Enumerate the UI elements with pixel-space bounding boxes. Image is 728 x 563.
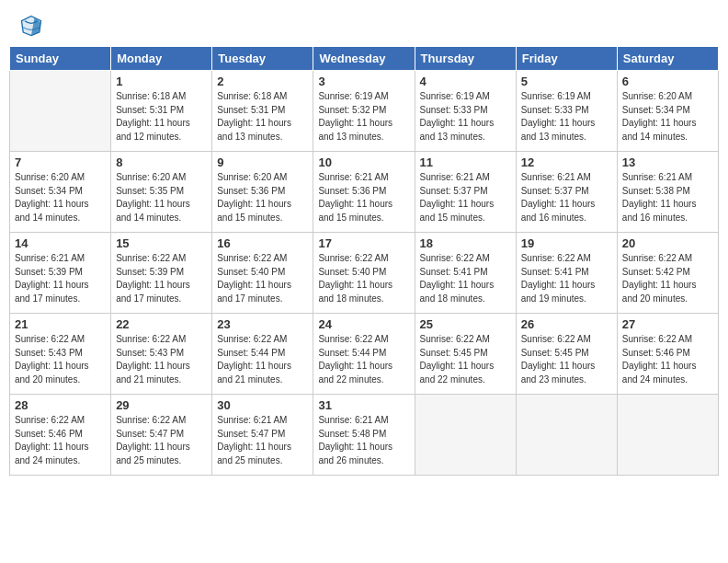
day-info: Sunrise: 6:22 AMSunset: 5:43 PMDaylight:… xyxy=(116,333,207,386)
day-number: 12 xyxy=(521,155,612,169)
day-info: Sunrise: 6:22 AMSunset: 5:41 PMDaylight:… xyxy=(420,252,511,305)
day-number: 30 xyxy=(217,398,308,412)
day-number: 18 xyxy=(420,236,511,250)
day-number: 15 xyxy=(116,236,207,250)
day-cell: 31Sunrise: 6:21 AMSunset: 5:48 PMDayligh… xyxy=(313,395,415,476)
day-cell: 26Sunrise: 6:22 AMSunset: 5:45 PMDayligh… xyxy=(516,314,617,395)
week-row-1: 1Sunrise: 6:18 AMSunset: 5:31 PMDaylight… xyxy=(10,71,719,152)
day-cell: 30Sunrise: 6:21 AMSunset: 5:47 PMDayligh… xyxy=(212,395,313,476)
day-number: 9 xyxy=(217,155,308,169)
day-info: Sunrise: 6:18 AMSunset: 5:31 PMDaylight:… xyxy=(217,90,308,144)
day-number: 1 xyxy=(116,75,207,88)
days-header-row: SundayMondayTuesdayWednesdayThursdayFrid… xyxy=(10,47,719,71)
col-header-wednesday: Wednesday xyxy=(313,47,415,71)
day-info: Sunrise: 6:21 AMSunset: 5:38 PMDaylight:… xyxy=(622,171,713,224)
day-info: Sunrise: 6:22 AMSunset: 5:43 PMDaylight:… xyxy=(15,333,106,386)
day-cell: 25Sunrise: 6:22 AMSunset: 5:45 PMDayligh… xyxy=(415,314,516,395)
day-cell: 8Sunrise: 6:20 AMSunset: 5:35 PMDaylight… xyxy=(111,152,212,233)
col-header-monday: Monday xyxy=(111,47,212,71)
day-cell: 7Sunrise: 6:20 AMSunset: 5:34 PMDaylight… xyxy=(10,152,111,233)
day-cell: 27Sunrise: 6:22 AMSunset: 5:46 PMDayligh… xyxy=(617,314,718,395)
day-number: 14 xyxy=(15,236,106,250)
day-number: 5 xyxy=(521,75,612,88)
day-info: Sunrise: 6:21 AMSunset: 5:39 PMDaylight:… xyxy=(15,252,106,305)
day-cell: 16Sunrise: 6:22 AMSunset: 5:40 PMDayligh… xyxy=(212,233,313,314)
week-row-3: 14Sunrise: 6:21 AMSunset: 5:39 PMDayligh… xyxy=(10,233,719,314)
day-info: Sunrise: 6:19 AMSunset: 5:33 PMDaylight:… xyxy=(420,90,511,144)
day-info: Sunrise: 6:22 AMSunset: 5:45 PMDaylight:… xyxy=(420,333,511,386)
day-cell: 14Sunrise: 6:21 AMSunset: 5:39 PMDayligh… xyxy=(10,233,111,314)
day-cell: 12Sunrise: 6:21 AMSunset: 5:37 PMDayligh… xyxy=(516,152,617,233)
day-info: Sunrise: 6:22 AMSunset: 5:46 PMDaylight:… xyxy=(622,333,713,386)
day-cell: 23Sunrise: 6:22 AMSunset: 5:44 PMDayligh… xyxy=(212,314,313,395)
day-number: 13 xyxy=(622,155,713,169)
day-info: Sunrise: 6:21 AMSunset: 5:48 PMDaylight:… xyxy=(318,414,409,467)
day-info: Sunrise: 6:22 AMSunset: 5:45 PMDaylight:… xyxy=(521,333,612,386)
day-number: 11 xyxy=(420,155,511,169)
day-cell: 2Sunrise: 6:18 AMSunset: 5:31 PMDaylight… xyxy=(212,71,313,152)
day-number: 17 xyxy=(318,236,409,250)
day-info: Sunrise: 6:22 AMSunset: 5:44 PMDaylight:… xyxy=(217,333,308,386)
col-header-friday: Friday xyxy=(516,47,617,71)
day-info: Sunrise: 6:21 AMSunset: 5:37 PMDaylight:… xyxy=(521,171,612,224)
day-number: 27 xyxy=(622,317,713,331)
day-number: 25 xyxy=(420,317,511,331)
col-header-saturday: Saturday xyxy=(617,47,718,71)
col-header-sunday: Sunday xyxy=(10,47,111,71)
day-cell: 21Sunrise: 6:22 AMSunset: 5:43 PMDayligh… xyxy=(10,314,111,395)
day-info: Sunrise: 6:22 AMSunset: 5:40 PMDaylight:… xyxy=(318,252,409,305)
day-info: Sunrise: 6:22 AMSunset: 5:46 PMDaylight:… xyxy=(15,414,106,467)
day-number: 21 xyxy=(15,317,106,331)
day-cell: 15Sunrise: 6:22 AMSunset: 5:39 PMDayligh… xyxy=(111,233,212,314)
day-info: Sunrise: 6:22 AMSunset: 5:42 PMDaylight:… xyxy=(622,252,713,305)
day-number: 6 xyxy=(622,75,713,88)
week-row-5: 28Sunrise: 6:22 AMSunset: 5:46 PMDayligh… xyxy=(10,395,719,476)
day-cell xyxy=(415,395,516,476)
day-number: 26 xyxy=(521,317,612,331)
day-number: 22 xyxy=(116,317,207,331)
day-info: Sunrise: 6:18 AMSunset: 5:31 PMDaylight:… xyxy=(116,90,207,144)
day-info: Sunrise: 6:21 AMSunset: 5:37 PMDaylight:… xyxy=(420,171,511,224)
day-info: Sunrise: 6:22 AMSunset: 5:40 PMDaylight:… xyxy=(217,252,308,305)
col-header-tuesday: Tuesday xyxy=(212,47,313,71)
day-cell: 17Sunrise: 6:22 AMSunset: 5:40 PMDayligh… xyxy=(313,233,415,314)
day-cell: 9Sunrise: 6:20 AMSunset: 5:36 PMDaylight… xyxy=(212,152,313,233)
week-row-4: 21Sunrise: 6:22 AMSunset: 5:43 PMDayligh… xyxy=(10,314,719,395)
day-cell: 6Sunrise: 6:20 AMSunset: 5:34 PMDaylight… xyxy=(617,71,718,152)
day-cell xyxy=(10,71,111,152)
day-info: Sunrise: 6:22 AMSunset: 5:39 PMDaylight:… xyxy=(116,252,207,305)
day-cell: 20Sunrise: 6:22 AMSunset: 5:42 PMDayligh… xyxy=(617,233,718,314)
day-info: Sunrise: 6:22 AMSunset: 5:47 PMDaylight:… xyxy=(116,414,207,467)
day-cell: 4Sunrise: 6:19 AMSunset: 5:33 PMDaylight… xyxy=(415,71,516,152)
day-cell xyxy=(617,395,718,476)
day-number: 28 xyxy=(15,398,106,412)
day-info: Sunrise: 6:20 AMSunset: 5:34 PMDaylight:… xyxy=(15,171,106,224)
day-number: 4 xyxy=(420,75,511,88)
day-number: 10 xyxy=(318,155,409,169)
day-number: 7 xyxy=(15,155,106,169)
header xyxy=(0,0,728,46)
day-info: Sunrise: 6:20 AMSunset: 5:36 PMDaylight:… xyxy=(217,171,308,224)
day-cell: 18Sunrise: 6:22 AMSunset: 5:41 PMDayligh… xyxy=(415,233,516,314)
calendar-header: SundayMondayTuesdayWednesdayThursdayFrid… xyxy=(10,47,719,71)
day-number: 19 xyxy=(521,236,612,250)
day-cell: 3Sunrise: 6:19 AMSunset: 5:32 PMDaylight… xyxy=(313,71,415,152)
page: SundayMondayTuesdayWednesdayThursdayFrid… xyxy=(0,0,728,563)
day-cell xyxy=(516,395,617,476)
day-cell: 11Sunrise: 6:21 AMSunset: 5:37 PMDayligh… xyxy=(415,152,516,233)
logo xyxy=(18,13,46,39)
logo-icon xyxy=(18,13,44,39)
day-cell: 5Sunrise: 6:19 AMSunset: 5:33 PMDaylight… xyxy=(516,71,617,152)
day-info: Sunrise: 6:21 AMSunset: 5:36 PMDaylight:… xyxy=(318,171,409,224)
day-info: Sunrise: 6:19 AMSunset: 5:32 PMDaylight:… xyxy=(318,90,409,144)
day-cell: 22Sunrise: 6:22 AMSunset: 5:43 PMDayligh… xyxy=(111,314,212,395)
day-info: Sunrise: 6:22 AMSunset: 5:44 PMDaylight:… xyxy=(318,333,409,386)
day-number: 23 xyxy=(217,317,308,331)
day-cell: 13Sunrise: 6:21 AMSunset: 5:38 PMDayligh… xyxy=(617,152,718,233)
day-cell: 1Sunrise: 6:18 AMSunset: 5:31 PMDaylight… xyxy=(111,71,212,152)
day-info: Sunrise: 6:20 AMSunset: 5:35 PMDaylight:… xyxy=(116,171,207,224)
day-number: 24 xyxy=(318,317,409,331)
calendar-table: SundayMondayTuesdayWednesdayThursdayFrid… xyxy=(9,46,719,476)
day-number: 29 xyxy=(116,398,207,412)
day-cell: 28Sunrise: 6:22 AMSunset: 5:46 PMDayligh… xyxy=(10,395,111,476)
